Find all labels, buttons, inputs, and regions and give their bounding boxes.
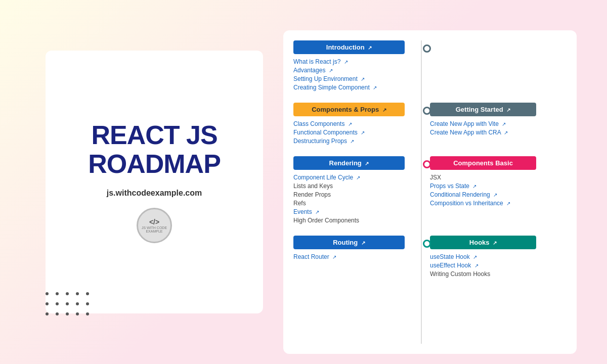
events-link[interactable]: Events ↗ bbox=[293, 208, 405, 215]
components-basic-right: Components Basic JSX Props vs State ↗ Co… bbox=[415, 156, 536, 225]
roadmap-inner: Introduction ↗ What is React js? ↗ Advan… bbox=[283, 40, 577, 344]
getting-started-header: Getting Started ↗ bbox=[430, 103, 536, 116]
conditional-rendering-link[interactable]: Conditional Rendering ↗ bbox=[430, 191, 536, 198]
section-routing: Routing ↗ React Router ↗ Hooks ↗ useStat… bbox=[293, 236, 567, 279]
section-introduction: Introduction ↗ What is React js? ↗ Advan… bbox=[293, 40, 567, 93]
introduction-right bbox=[415, 40, 536, 93]
logo-sub: JS WITH CODE EXAMPLE bbox=[138, 226, 170, 233]
what-is-react-link[interactable]: What is React js? ↗ bbox=[293, 58, 405, 65]
useeffect-link[interactable]: useEffect Hook ↗ bbox=[430, 262, 536, 269]
roadmap-panel: Introduction ↗ What is React js? ↗ Advan… bbox=[283, 30, 577, 354]
destructuring-props-link[interactable]: Destructuring Props ↗ bbox=[293, 138, 405, 145]
routing-header: Routing ↗ bbox=[293, 236, 405, 249]
rendering-left: Rendering ↗ Component Life Cycle ↗ Lists… bbox=[293, 156, 415, 225]
render-props-item: Render Props bbox=[293, 191, 405, 198]
components-left: Components & Props ↗ Class Components ↗ … bbox=[293, 103, 415, 146]
vite-link[interactable]: Create New App with Vite ↗ bbox=[430, 120, 536, 127]
node-components bbox=[423, 107, 431, 115]
logo-circle: </> JS WITH CODE EXAMPLE bbox=[137, 208, 172, 243]
advantages-link[interactable]: Advantages ↗ bbox=[293, 67, 405, 74]
node-routing bbox=[423, 240, 431, 248]
section-components: Components & Props ↗ Class Components ↗ … bbox=[293, 103, 567, 146]
ext-icon: ↗ bbox=[368, 45, 372, 51]
introduction-left: Introduction ↗ What is React js? ↗ Advan… bbox=[293, 40, 415, 93]
usestate-link[interactable]: useState Hook ↗ bbox=[430, 253, 536, 260]
components-basic-header: Components Basic bbox=[430, 156, 536, 170]
title-line2: ROADMAP bbox=[88, 149, 221, 178]
class-components-link[interactable]: Class Components ↗ bbox=[293, 120, 405, 127]
dots-decoration bbox=[46, 292, 92, 318]
hooks-header: Hooks ↗ bbox=[430, 236, 536, 249]
cra-link[interactable]: Create New App with CRA ↗ bbox=[430, 129, 536, 136]
composition-inheritance-link[interactable]: Composition vs Inheritance ↗ bbox=[430, 200, 536, 207]
section-rendering: Rendering ↗ Component Life Cycle ↗ Lists… bbox=[293, 156, 567, 225]
lists-keys-item: Lists and Keys bbox=[293, 183, 405, 190]
functional-components-link[interactable]: Functional Components ↗ bbox=[293, 129, 405, 136]
react-router-link[interactable]: React Router ↗ bbox=[293, 253, 405, 260]
refs-item: Refs bbox=[293, 200, 405, 207]
site-subtitle: js.withcodeexample.com bbox=[107, 189, 202, 198]
setting-up-link[interactable]: Setting Up Environment ↗ bbox=[293, 75, 405, 82]
getting-started-right: Getting Started ↗ Create New App with Vi… bbox=[415, 103, 536, 146]
custom-hooks-item: Writing Custom Hooks bbox=[430, 270, 536, 278]
main-title: REACT JS ROADMAP bbox=[88, 121, 221, 178]
logo-code: </> bbox=[149, 218, 159, 226]
jsx-item: JSX bbox=[430, 174, 536, 181]
title-line1: REACT JS bbox=[91, 120, 217, 150]
hooks-right: Hooks ↗ useState Hook ↗ useEffect Hook ↗… bbox=[415, 236, 536, 279]
node-rendering bbox=[423, 160, 431, 168]
rendering-header: Rendering ↗ bbox=[293, 156, 405, 170]
lifecycle-link[interactable]: Component Life Cycle ↗ bbox=[293, 174, 405, 181]
node-introduction bbox=[423, 44, 431, 53]
routing-left: Routing ↗ React Router ↗ bbox=[293, 236, 415, 279]
introduction-header: Introduction ↗ bbox=[293, 40, 405, 54]
props-state-link[interactable]: Props vs State ↗ bbox=[430, 183, 536, 190]
left-panel: REACT JS ROADMAP js.withcodeexample.com … bbox=[46, 51, 263, 313]
components-header: Components & Props ↗ bbox=[293, 103, 405, 116]
creating-component-link[interactable]: Creating Simple Component ↗ bbox=[293, 84, 405, 91]
hoc-item: High Order Components bbox=[293, 217, 405, 224]
